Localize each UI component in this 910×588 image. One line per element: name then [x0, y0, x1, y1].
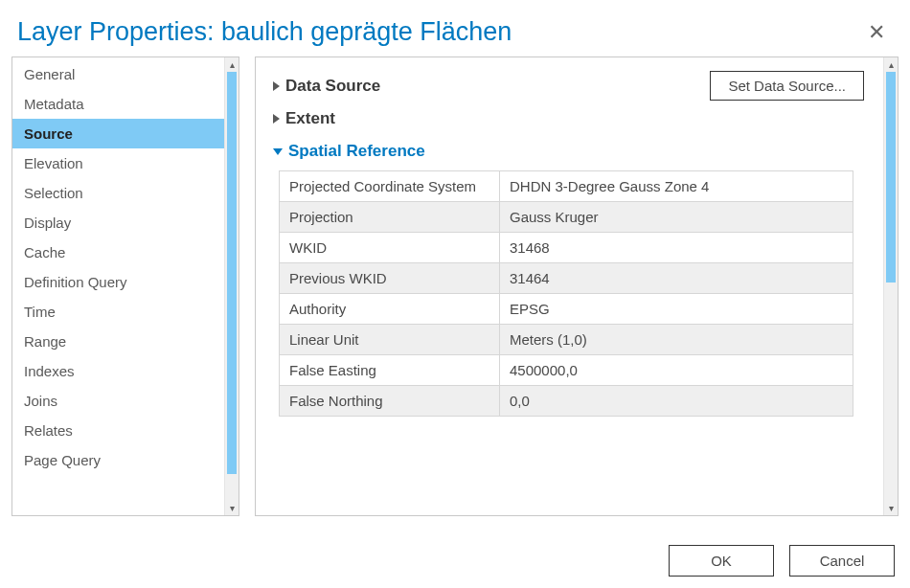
sidebar-item-joins[interactable]: Joins	[12, 386, 224, 416]
ok-button[interactable]: OK	[669, 545, 774, 577]
table-row: False Easting4500000,0	[280, 355, 853, 386]
sidebar-item-indexes[interactable]: Indexes	[12, 356, 224, 386]
chevron-right-icon	[273, 81, 280, 91]
property-key: Projected Coordinate System	[280, 171, 500, 202]
property-key: Projection	[280, 202, 500, 233]
table-row: Linear UnitMeters (1,0)	[280, 325, 853, 355]
property-value: DHDN 3-Degree Gauss Zone 4	[500, 171, 853, 202]
sidebar-item-range[interactable]: Range	[12, 327, 224, 356]
category-sidebar: GeneralMetadataSourceElevationSelectionD…	[11, 57, 239, 516]
sidebar-scrollbar[interactable]: ▴ ▾	[224, 57, 239, 515]
dialog-title: Layer Properties: baulich geprägte Fläch…	[17, 17, 512, 47]
sidebar-item-selection[interactable]: Selection	[12, 178, 224, 208]
property-value: 31468	[500, 233, 853, 263]
cancel-button[interactable]: Cancel	[789, 545, 895, 577]
sidebar-item-general[interactable]: General	[12, 59, 224, 89]
scroll-up-icon[interactable]: ▴	[225, 57, 239, 72]
sidebar-item-cache[interactable]: Cache	[12, 237, 224, 267]
scroll-up-icon[interactable]: ▴	[884, 57, 898, 72]
section-title: Spatial Reference	[288, 142, 425, 161]
sidebar-item-relates[interactable]: Relates	[12, 416, 224, 445]
section-title: Data Source	[285, 77, 380, 96]
section-extent: Extent	[273, 109, 866, 128]
property-value: 31464	[500, 263, 853, 294]
table-row: Projected Coordinate SystemDHDN 3-Degree…	[280, 171, 853, 202]
section-header-spatial-reference[interactable]: Spatial Reference	[273, 142, 866, 161]
content-scrollbar[interactable]: ▴ ▾	[883, 57, 898, 515]
property-key: False Easting	[280, 355, 500, 386]
property-value: 0,0	[500, 386, 853, 417]
property-value: EPSG	[500, 294, 853, 325]
scroll-down-icon[interactable]: ▾	[225, 501, 239, 515]
table-row: False Northing0,0	[280, 386, 853, 417]
chevron-right-icon	[273, 114, 280, 124]
scrollbar-thumb[interactable]	[886, 72, 896, 283]
section-spatial-reference: Spatial Reference Projected Coordinate S…	[273, 142, 866, 417]
sidebar-item-definition-query[interactable]: Definition Query	[12, 267, 224, 297]
sidebar-item-metadata[interactable]: Metadata	[12, 89, 224, 119]
table-row: AuthorityEPSG	[280, 294, 853, 325]
chevron-down-icon	[273, 148, 283, 155]
scroll-down-icon[interactable]: ▾	[884, 501, 898, 515]
sidebar-item-source[interactable]: Source	[12, 119, 224, 148]
titlebar: Layer Properties: baulich geprägte Fläch…	[0, 0, 910, 57]
property-key: Linear Unit	[280, 325, 500, 355]
content-inner: Set Data Source... Data Source Extent	[256, 57, 883, 515]
dialog-body: GeneralMetadataSourceElevationSelectionD…	[0, 57, 910, 524]
property-key: Previous WKID	[280, 263, 500, 294]
sidebar-item-elevation[interactable]: Elevation	[12, 148, 224, 178]
property-value: Meters (1,0)	[500, 325, 853, 355]
section-header-extent[interactable]: Extent	[273, 109, 866, 128]
spatial-reference-table: Projected Coordinate SystemDHDN 3-Degree…	[279, 170, 853, 417]
section-title: Extent	[285, 109, 335, 128]
property-value: 4500000,0	[500, 355, 853, 386]
set-data-source-button[interactable]: Set Data Source...	[710, 71, 864, 101]
sidebar-item-page-query[interactable]: Page Query	[12, 445, 224, 475]
sidebar-list: GeneralMetadataSourceElevationSelectionD…	[12, 57, 224, 515]
table-row: Previous WKID31464	[280, 263, 853, 294]
table-row: ProjectionGauss Kruger	[280, 202, 853, 233]
table-row: WKID31468	[280, 233, 853, 263]
property-value: Gauss Kruger	[500, 202, 853, 233]
dialog-footer: OK Cancel	[669, 545, 895, 577]
layer-properties-dialog: Layer Properties: baulich geprägte Fläch…	[0, 0, 910, 588]
sidebar-item-display[interactable]: Display	[12, 208, 224, 237]
sidebar-item-time[interactable]: Time	[12, 297, 224, 327]
property-key: WKID	[280, 233, 500, 263]
scrollbar-thumb[interactable]	[227, 72, 237, 474]
content-panel: Set Data Source... Data Source Extent	[255, 57, 899, 516]
close-icon[interactable]: ✕	[864, 18, 889, 47]
property-key: Authority	[280, 294, 500, 325]
property-key: False Northing	[280, 386, 500, 417]
